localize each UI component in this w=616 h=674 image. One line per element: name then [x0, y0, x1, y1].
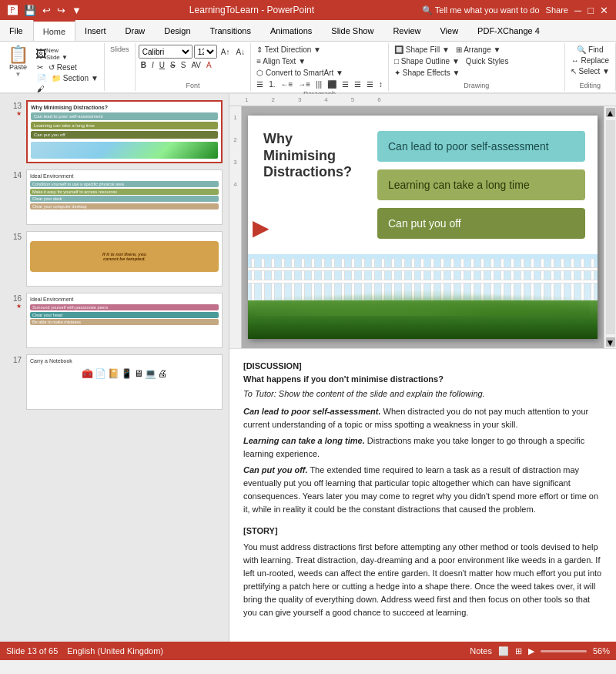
- line-spacing-button[interactable]: ↕: [377, 79, 385, 89]
- shape-fill-button[interactable]: 🔲 Shape Fill ▼: [392, 45, 452, 55]
- save-button[interactable]: 💾: [22, 3, 38, 18]
- find-button[interactable]: 🔍 Find: [568, 45, 612, 55]
- font-color-button[interactable]: A: [204, 60, 214, 70]
- view-outline-button[interactable]: ⊞: [515, 646, 522, 656]
- shadow-button[interactable]: S: [179, 60, 189, 70]
- quick-styles-button[interactable]: Quick Styles: [464, 56, 511, 66]
- view-slideshow-button[interactable]: ▶: [528, 646, 534, 656]
- justify-button[interactable]: ☰: [364, 79, 376, 89]
- scroll-track[interactable]: [606, 120, 615, 334]
- minimize-button[interactable]: ─: [573, 3, 583, 18]
- align-right-button[interactable]: ☰: [352, 79, 363, 89]
- book-icon: 📔: [108, 368, 119, 379]
- font-size-select[interactable]: 12: [194, 45, 217, 59]
- notes-button[interactable]: Notes: [470, 646, 492, 656]
- reset-button[interactable]: ↺ Reset: [46, 62, 79, 72]
- printer-icon: 🖨: [158, 368, 167, 379]
- zoom-slider[interactable]: [541, 650, 587, 652]
- slide-button-3: Can put you off: [377, 208, 585, 239]
- maximize-button[interactable]: □: [586, 3, 595, 18]
- zoom-level: 56%: [593, 646, 610, 656]
- increase-font-button[interactable]: A↑: [219, 47, 233, 57]
- paste-button[interactable]: 📋 Paste ▼: [3, 45, 33, 79]
- undo-button[interactable]: ↩: [41, 3, 52, 18]
- slide-button-2: Learning can take a long time: [377, 169, 585, 200]
- align-center-button[interactable]: ☰: [340, 79, 351, 89]
- bold-button[interactable]: B: [139, 60, 149, 70]
- ruler-vertical: 1234: [229, 106, 242, 348]
- tell-me-input[interactable]: 🔍 Tell me what you want to do: [420, 4, 541, 17]
- underline-button[interactable]: U: [157, 60, 167, 70]
- slide-thumb-13[interactable]: 13 ★ Why Minimising Distractions? Can le…: [0, 97, 229, 166]
- tab-transitions[interactable]: Transitions: [201, 20, 261, 41]
- slide-thumbnail-16[interactable]: Ideal Environment Surround yourself with…: [26, 293, 223, 348]
- char-spacing-button[interactable]: AV: [189, 60, 203, 70]
- slide-scrollbar-v[interactable]: ▲ ▼: [604, 106, 616, 348]
- slide-notes-content: [DISCUSSION] What happens if you don't m…: [229, 348, 616, 642]
- view-normal-button[interactable]: ⬜: [498, 646, 509, 656]
- slide-count: Slide 13 of 65: [6, 646, 58, 656]
- italic-button[interactable]: I: [149, 60, 156, 70]
- share-button[interactable]: Share: [544, 4, 570, 16]
- cut-button[interactable]: ✂: [35, 62, 45, 72]
- app-icon: 🅿: [6, 3, 19, 18]
- increase-indent-button[interactable]: →≡: [296, 79, 313, 89]
- slide-thumbnail-17[interactable]: Carry a Notebook 🧰 📄 📔 📱 🖥 💻 🖨: [26, 354, 223, 410]
- slide-thumb-17[interactable]: 17 Carry a Notebook 🧰 📄 📔 📱 🖥 💻 🖨: [0, 351, 229, 413]
- decrease-indent-button[interactable]: ←≡: [279, 79, 296, 89]
- bullets-button[interactable]: ☰: [254, 79, 266, 89]
- arrange-button[interactable]: ⊞ Arrange ▼: [454, 45, 503, 55]
- tab-design[interactable]: Design: [155, 20, 200, 41]
- slide-13-btn2: Learning can take a long time: [31, 122, 218, 129]
- slide-thumb-14[interactable]: 14 Ideal Environment Condition yourself …: [0, 166, 229, 228]
- para2-bold: Learning can take a long time.: [243, 436, 365, 445]
- column-button[interactable]: |||: [313, 79, 324, 89]
- format-painter-button[interactable]: 🖌: [35, 84, 47, 94]
- slide-thumb-16[interactable]: 16 ★ Ideal Environment Surround yourself…: [0, 290, 229, 351]
- section-button[interactable]: 📁 Section ▼: [49, 73, 101, 83]
- slide-frame[interactable]: ▶ WhyMinimisingDistractions? Can lead to…: [248, 116, 598, 339]
- slide-panel: 13 ★ Why Minimising Distractions? Can le…: [0, 94, 229, 642]
- scroll-up-button[interactable]: ▲: [606, 108, 615, 117]
- story-text: You must address distractions first befo…: [243, 541, 602, 619]
- slide-thumbnail-14[interactable]: Ideal Environment Condition yourself to …: [26, 169, 223, 225]
- tab-review[interactable]: Review: [383, 20, 430, 41]
- new-slide-button[interactable]: 🖼 NewSlide ▼: [35, 46, 69, 62]
- tab-pdfxchange[interactable]: PDF-XChange 4: [468, 20, 550, 41]
- tab-home[interactable]: Home: [33, 20, 75, 41]
- font-group-label: Font: [186, 82, 199, 89]
- decrease-font-button[interactable]: A↓: [233, 47, 247, 57]
- slide-thumbnail-15[interactable]: If it is not there, youcannot be tempted…: [26, 231, 223, 287]
- strikethrough-button[interactable]: S: [168, 60, 178, 70]
- text-direction-button[interactable]: ⇕ Text Direction ▼: [254, 45, 323, 55]
- ruler-horizontal: 123456: [229, 94, 616, 106]
- slide-15-text: If it is not there, youcannot be tempted…: [102, 252, 146, 261]
- status-bar: Slide 13 of 65 English (United Kingdom) …: [0, 642, 616, 660]
- language-indicator: English (United Kingdom): [67, 646, 163, 656]
- copy-button[interactable]: 📄: [35, 73, 49, 83]
- tab-draw[interactable]: Draw: [116, 20, 156, 41]
- close-button[interactable]: ✕: [598, 3, 610, 18]
- slide-thumbnail-13[interactable]: Why Minimising Distractions? Can lead to…: [26, 100, 223, 163]
- tab-slideshow[interactable]: Slide Show: [322, 20, 383, 41]
- smartart-button[interactable]: ⬡ Convert to SmartArt ▼: [254, 68, 346, 78]
- align-left-button[interactable]: ⬛: [325, 79, 339, 89]
- customize-button[interactable]: ▼: [70, 3, 83, 18]
- tab-view[interactable]: View: [430, 20, 468, 41]
- align-text-button[interactable]: ≡ Align Text ▼: [254, 56, 308, 66]
- redo-button[interactable]: ↪: [55, 3, 67, 18]
- font-family-select[interactable]: Calibri: [139, 45, 192, 59]
- replace-button[interactable]: ↔ Replace: [568, 55, 612, 65]
- tab-animations[interactable]: Animations: [261, 20, 322, 41]
- select-button[interactable]: ↖ Select ▼: [568, 66, 612, 76]
- scroll-down-button[interactable]: ▼: [606, 337, 615, 347]
- phone-icon: 📱: [121, 368, 132, 379]
- shape-outline-button[interactable]: □ Shape Outline ▼: [392, 56, 462, 66]
- tab-insert[interactable]: Insert: [75, 20, 116, 41]
- ribbon-tabs: File Home Insert Draw Design Transitions…: [0, 20, 616, 42]
- tab-file[interactable]: File: [0, 20, 33, 41]
- numbering-button[interactable]: 1.: [266, 79, 277, 89]
- slide-thumb-15[interactable]: 15 If it is not there, youcannot be temp…: [0, 228, 229, 290]
- shape-effects-button[interactable]: ✦ Shape Effects ▼: [392, 68, 463, 78]
- slide-14-title: Ideal Environment: [30, 173, 219, 179]
